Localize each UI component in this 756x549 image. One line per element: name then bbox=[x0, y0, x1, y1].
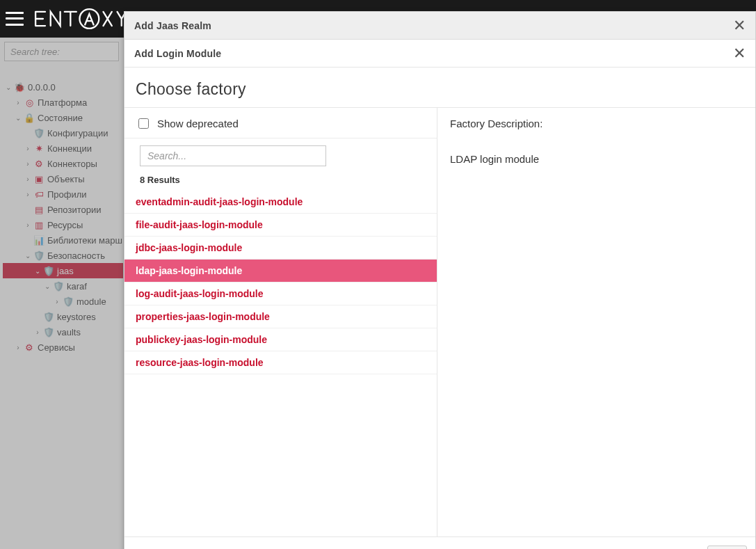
close-icon[interactable]: ✕ bbox=[733, 18, 746, 33]
factory-item[interactable]: resource-jaas-login-module bbox=[124, 351, 437, 374]
factory-right-column: Factory Description: LDAP login module bbox=[437, 108, 755, 536]
modal-title-inner: Add Login Module bbox=[134, 48, 221, 59]
show-deprecated-checkbox[interactable] bbox=[138, 118, 149, 129]
next-button[interactable]: Next bbox=[707, 546, 747, 549]
modal-header-inner: Add Login Module ✕ bbox=[124, 40, 755, 67]
main: ⌄ 🐞 0.0.0.0 › ◎ Платформа ⌄ 🔒 Состояние … bbox=[0, 38, 756, 549]
modal-header-outer: Add Jaas Realm ✕ bbox=[124, 12, 755, 40]
factory-item[interactable]: properties-jaas-login-module bbox=[124, 305, 437, 328]
modal-footer: Next bbox=[124, 537, 755, 549]
close-icon[interactable]: ✕ bbox=[733, 46, 746, 61]
factory-description-text: LDAP login module bbox=[450, 153, 743, 165]
factory-item[interactable]: jdbc-jaas-login-module bbox=[124, 237, 437, 260]
factory-item[interactable]: publickey-jaas-login-module bbox=[124, 328, 437, 351]
modal-body: Choose factory Show deprecated 8 Results… bbox=[124, 67, 755, 537]
hamburger-icon[interactable] bbox=[6, 10, 24, 28]
factory-item[interactable]: eventadmin-audit-jaas-login-module bbox=[124, 191, 437, 214]
show-deprecated-label: Show deprecated bbox=[157, 118, 239, 129]
show-deprecated[interactable]: Show deprecated bbox=[124, 108, 437, 138]
search-factory-input[interactable] bbox=[140, 145, 326, 166]
factory-two-col: Show deprecated 8 Results eventadmin-aud… bbox=[124, 107, 755, 537]
choose-factory-title: Choose factory bbox=[124, 67, 755, 107]
factory-item[interactable]: ldap-jaas-login-module bbox=[124, 260, 437, 283]
factory-item[interactable]: log-audit-jaas-login-module bbox=[124, 283, 437, 305]
modal-title-outer: Add Jaas Realm bbox=[134, 20, 211, 31]
results-count: 8 Results bbox=[124, 166, 437, 191]
factory-left-column: Show deprecated 8 Results eventadmin-aud… bbox=[124, 108, 437, 536]
modal-stack: Add Jaas Realm ✕ Add Login Module ✕ Choo… bbox=[124, 11, 756, 549]
factory-item[interactable]: file-audit-jaas-login-module bbox=[124, 214, 437, 237]
factory-description-label: Factory Description: bbox=[450, 118, 743, 129]
factory-list: eventadmin-audit-jaas-login-modulefile-a… bbox=[124, 191, 437, 536]
